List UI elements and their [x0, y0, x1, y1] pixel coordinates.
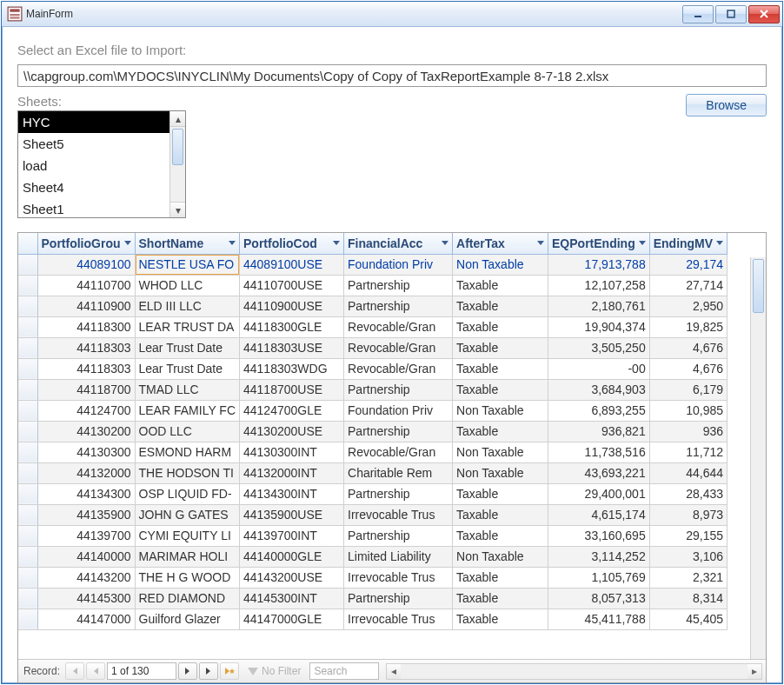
- cell[interactable]: 33,160,695: [548, 525, 650, 546]
- cell[interactable]: Taxable: [453, 525, 548, 546]
- cell[interactable]: Partnership: [344, 275, 453, 296]
- row-selector-header[interactable]: [18, 233, 37, 254]
- cell[interactable]: 44134300INT: [240, 483, 344, 504]
- table-row[interactable]: 44139700CYMI EQUITY LI44139700INTPartner…: [18, 525, 728, 546]
- cell[interactable]: 8,973: [649, 504, 727, 525]
- row-selector[interactable]: [18, 504, 37, 525]
- column-header[interactable]: FinancialAcc: [344, 233, 453, 254]
- cell[interactable]: 45,405: [649, 609, 727, 629]
- scroll-down-icon[interactable]: ▾: [170, 202, 185, 217]
- cell[interactable]: 44147000: [37, 609, 135, 629]
- sheets-scrollbar[interactable]: ▴ ▾: [169, 111, 185, 217]
- grid-vscrollbar[interactable]: [750, 257, 766, 659]
- cell[interactable]: 44118700USE: [240, 379, 344, 400]
- table-row[interactable]: 44147000Guilford Glazer44147000GLEIrrevo…: [18, 609, 728, 629]
- search-box[interactable]: Search: [309, 662, 379, 680]
- cell[interactable]: 44135900: [37, 504, 135, 525]
- cell[interactable]: 3,106: [649, 546, 727, 567]
- cell[interactable]: Lear Trust Date: [135, 337, 240, 358]
- cell[interactable]: Taxable: [453, 358, 548, 379]
- cell[interactable]: 11,712: [649, 442, 727, 462]
- cell[interactable]: OSP LIQUID FD-: [135, 483, 240, 504]
- cell[interactable]: 44134300: [37, 483, 135, 504]
- cell[interactable]: 2,321: [649, 567, 727, 588]
- cell[interactable]: 44139700: [37, 525, 135, 546]
- cell[interactable]: 44130300: [37, 442, 135, 462]
- row-selector[interactable]: [18, 609, 37, 629]
- row-selector[interactable]: [18, 400, 37, 421]
- row-selector[interactable]: [18, 254, 37, 275]
- cell[interactable]: Partnership: [344, 421, 453, 442]
- cell[interactable]: 44140000: [37, 546, 135, 567]
- row-selector[interactable]: [18, 525, 37, 546]
- cell[interactable]: 44118300GLE: [240, 316, 344, 337]
- cell[interactable]: 43,693,221: [548, 462, 650, 483]
- cell[interactable]: Taxable: [453, 275, 548, 296]
- grid-vscroll-thumb[interactable]: [753, 259, 764, 313]
- browse-button[interactable]: Browse: [686, 94, 767, 116]
- cell[interactable]: 19,904,374: [548, 316, 650, 337]
- cell[interactable]: 44145300INT: [240, 588, 344, 609]
- title-bar[interactable]: MainForm: [2, 2, 782, 27]
- cell[interactable]: Non Taxable: [453, 546, 548, 567]
- sheet-item[interactable]: Sheet4: [18, 176, 171, 198]
- cell[interactable]: 44143200USE: [240, 567, 344, 588]
- column-header[interactable]: AfterTax: [453, 233, 548, 254]
- cell[interactable]: RED DIAMOND: [135, 588, 240, 609]
- grid-hscrollbar[interactable]: ◂ ▸: [386, 663, 762, 680]
- cell[interactable]: Taxable: [453, 421, 548, 442]
- cell[interactable]: Foundation Priv: [344, 254, 453, 275]
- hscroll-right-icon[interactable]: ▸: [747, 664, 761, 679]
- close-button[interactable]: [748, 5, 780, 23]
- filter-dropdown-icon[interactable]: [333, 241, 340, 245]
- row-selector[interactable]: [18, 337, 37, 358]
- cell[interactable]: 44110900: [37, 296, 135, 316]
- cell[interactable]: Non Taxable: [453, 400, 548, 421]
- row-selector[interactable]: [18, 588, 37, 609]
- minimize-button[interactable]: [682, 5, 714, 23]
- file-path-input[interactable]: [17, 64, 767, 87]
- cell[interactable]: Revocable/Gran: [344, 358, 453, 379]
- cell[interactable]: Taxable: [453, 609, 548, 629]
- cell[interactable]: CYMI EQUITY LI: [135, 525, 240, 546]
- cell[interactable]: LEAR FAMILY FC: [135, 400, 240, 421]
- table-row[interactable]: 44118303Lear Trust Date44118303USERevoca…: [18, 337, 728, 358]
- cell[interactable]: 44132000: [37, 462, 135, 483]
- cell[interactable]: Partnership: [344, 525, 453, 546]
- cell[interactable]: 6,893,255: [548, 400, 650, 421]
- cell[interactable]: 2,950: [649, 296, 727, 316]
- cell[interactable]: 44118303: [37, 358, 135, 379]
- row-selector[interactable]: [18, 296, 37, 316]
- table-row[interactable]: 44118700TMAD LLC44118700USEPartnershipTa…: [18, 379, 728, 400]
- cell[interactable]: THE H G WOOD: [135, 567, 240, 588]
- filter-dropdown-icon[interactable]: [537, 241, 544, 245]
- cell[interactable]: Irrevocable Trus: [344, 504, 453, 525]
- cell[interactable]: 44147000GLE: [240, 609, 344, 629]
- cell[interactable]: 8,314: [649, 588, 727, 609]
- cell[interactable]: Non Taxable: [453, 462, 548, 483]
- cell[interactable]: 11,738,516: [548, 442, 650, 462]
- table-row[interactable]: 44132000THE HODSON TI44132000INTCharitab…: [18, 462, 728, 483]
- cell[interactable]: 44130200USE: [240, 421, 344, 442]
- table-row[interactable]: 44140000MARIMAR HOLI44140000GLELimited L…: [18, 546, 728, 567]
- cell[interactable]: Irrevocable Trus: [344, 609, 453, 629]
- cell[interactable]: 44145300: [37, 588, 135, 609]
- column-header[interactable]: PortfolioGrou: [37, 233, 135, 254]
- cell[interactable]: 44118303: [37, 337, 135, 358]
- cell[interactable]: 3,114,252: [548, 546, 650, 567]
- cell[interactable]: 3,505,250: [548, 337, 650, 358]
- nav-new-button[interactable]: [220, 662, 239, 680]
- cell[interactable]: 3,684,903: [548, 379, 650, 400]
- cell[interactable]: LEAR TRUST DA: [135, 316, 240, 337]
- sheet-item[interactable]: Sheet5: [18, 133, 171, 155]
- record-position[interactable]: 1 of 130: [107, 662, 176, 680]
- cell[interactable]: 28,433: [649, 483, 727, 504]
- row-selector[interactable]: [18, 421, 37, 442]
- table-row[interactable]: 44134300OSP LIQUID FD-44134300INTPartner…: [18, 483, 728, 504]
- nav-prev-button[interactable]: [86, 662, 105, 680]
- cell[interactable]: 29,155: [649, 525, 727, 546]
- nav-next-button[interactable]: [178, 662, 197, 680]
- cell[interactable]: Partnership: [344, 296, 453, 316]
- sheet-item[interactable]: Sheet1: [18, 198, 171, 218]
- cell[interactable]: 44130300INT: [240, 442, 344, 462]
